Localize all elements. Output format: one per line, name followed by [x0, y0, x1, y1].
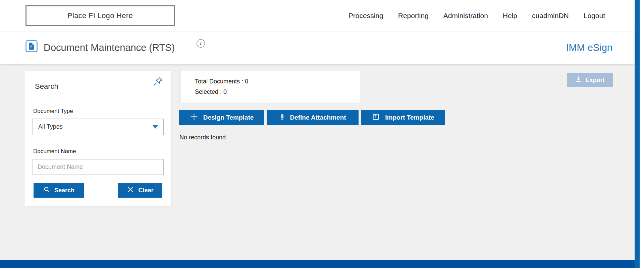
right-accent-strip: [635, 0, 640, 268]
pin-icon[interactable]: [153, 76, 163, 86]
top-navigation-bar: Place FI Logo Here Processing Reporting …: [0, 0, 635, 31]
nav-administration[interactable]: Administration: [443, 12, 488, 20]
import-template-button[interactable]: Import Template: [361, 110, 445, 125]
close-icon: [127, 186, 134, 195]
page-header: Document Maintenance (RTS) i IMM eSign: [0, 31, 635, 64]
total-documents-count: Total Documents : 0: [195, 76, 360, 87]
footer-bar: [0, 260, 635, 268]
main-nav: Processing Reporting Administration Help…: [348, 0, 605, 31]
clear-button-label: Clear: [138, 187, 153, 194]
documents-summary: Total Documents : 0 Selected : 0: [179, 71, 360, 103]
nav-reporting[interactable]: Reporting: [398, 12, 429, 20]
export-button-label: Export: [585, 77, 604, 84]
define-attachment-label: Define Attachment: [290, 114, 346, 121]
brand-imm-esign: IMM eSign: [566, 41, 612, 54]
document-type-label: Document Type: [33, 108, 73, 115]
nav-processing[interactable]: Processing: [348, 12, 383, 20]
design-template-button[interactable]: Design Template: [179, 110, 264, 125]
info-glyph: i: [200, 41, 201, 46]
document-maintenance-icon: [25, 40, 38, 52]
document-type-select[interactable]: All Types: [33, 119, 164, 135]
search-icon: [43, 186, 50, 195]
plus-icon: [190, 112, 199, 123]
design-template-label: Design Template: [203, 114, 254, 121]
import-icon: [371, 112, 380, 123]
nav-user-cuadmindn[interactable]: cuadminDN: [532, 12, 569, 20]
app-window: Place FI Logo Here Processing Reporting …: [0, 0, 635, 268]
chevron-down-icon: [153, 125, 158, 129]
search-panel: Search Document Type All Types Document …: [24, 71, 171, 206]
search-panel-title: Search: [35, 82, 58, 91]
export-button[interactable]: Export: [567, 73, 613, 87]
page-title: Document Maintenance (RTS): [44, 41, 175, 54]
document-type-value: All Types: [38, 123, 153, 130]
template-actions: Design Template Define Attachment I: [179, 110, 445, 125]
paperclip-icon: [279, 112, 285, 123]
define-attachment-button[interactable]: Define Attachment: [267, 110, 359, 125]
selected-count: Selected : 0: [195, 87, 360, 97]
document-name-input[interactable]: [33, 159, 164, 175]
search-button[interactable]: Search: [34, 183, 84, 198]
fi-logo-text: Place FI Logo Here: [67, 11, 133, 20]
download-icon: [575, 76, 582, 84]
fi-logo-placeholder: Place FI Logo Here: [25, 5, 175, 26]
document-name-label: Document Name: [33, 148, 76, 155]
search-button-label: Search: [54, 187, 74, 194]
info-icon[interactable]: i: [197, 39, 205, 48]
clear-button[interactable]: Clear: [118, 183, 162, 198]
nav-logout[interactable]: Logout: [584, 12, 605, 20]
nav-help[interactable]: Help: [503, 12, 517, 20]
content-area: Search Document Type All Types Document …: [0, 64, 635, 260]
no-records-message: No records found: [179, 134, 226, 141]
import-template-label: Import Template: [385, 114, 434, 121]
